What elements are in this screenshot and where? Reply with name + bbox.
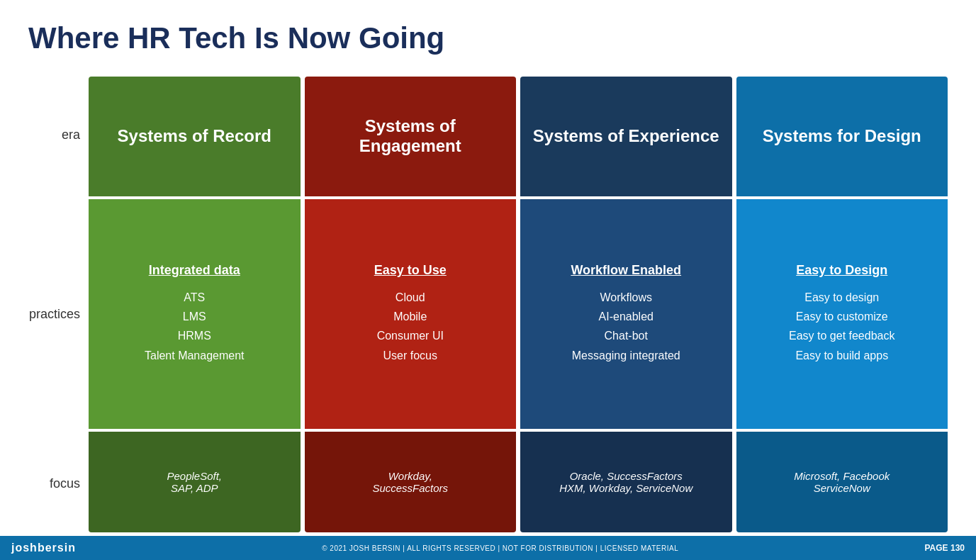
underlined-record: Integrated data [149, 263, 240, 278]
columns-container: Systems of RecordIntegrated dataATS LMS … [89, 77, 948, 532]
underlined-engagement: Easy to Use [374, 263, 447, 278]
column-engagement: Systems of EngagementEasy to UseCloud Mo… [305, 77, 517, 532]
focus-cell-record: PeopleSoft, SAP, ADP [89, 432, 301, 532]
practices-cell-engagement: Easy to UseCloud Mobile Consumer UI User… [305, 199, 517, 430]
era-label: era [28, 77, 89, 193]
underlined-design: Easy to Design [796, 263, 887, 278]
focus-cell-design: Microsoft, Facebook ServiceNow [736, 432, 948, 532]
focus-cell-experience: Oracle, SuccessFactors HXM, Workday, Ser… [520, 432, 732, 532]
era-cell-record: Systems of Record [89, 77, 301, 196]
row-labels: era practices focus [28, 77, 89, 532]
era-cell-engagement: Systems of Engagement [305, 77, 517, 196]
underlined-experience: Workflow Enabled [571, 263, 681, 278]
column-record: Systems of RecordIntegrated dataATS LMS … [89, 77, 301, 532]
page-title: Where HR Tech Is Now Going [28, 21, 948, 55]
practices-cell-design: Easy to DesignEasy to design Easy to cus… [736, 199, 948, 430]
practices-list-experience: Workflows AI-enabled Chat-bot Messaging … [572, 288, 680, 365]
focus-label: focus [28, 435, 89, 532]
focus-cell-engagement: Workday, SuccessFactors [305, 432, 517, 532]
practices-list-design: Easy to design Easy to customize Easy to… [789, 288, 894, 365]
practices-list-record: ATS LMS HRMS Talent Management [145, 288, 245, 365]
practices-list-engagement: Cloud Mobile Consumer UI User focus [377, 288, 444, 365]
footer-copyright: © 2021 JOSH BERSIN | ALL RIGHTS RESERVED… [322, 544, 678, 552]
practices-label: practices [28, 193, 89, 435]
footer-page: PAGE 130 [925, 543, 965, 553]
era-cell-experience: Systems of Experience [520, 77, 732, 196]
grid-area: era practices focus Systems of RecordInt… [28, 77, 948, 532]
practices-cell-record: Integrated dataATS LMS HRMS Talent Manag… [89, 199, 301, 430]
practices-cell-experience: Workflow EnabledWorkflows AI-enabled Cha… [520, 199, 732, 430]
footer-brand: joshbersin [11, 542, 76, 554]
footer-bar: joshbersin © 2021 JOSH BERSIN | ALL RIGH… [0, 536, 976, 560]
column-design: Systems for DesignEasy to DesignEasy to … [736, 77, 948, 532]
era-cell-design: Systems for Design [736, 77, 948, 196]
main-container: Where HR Tech Is Now Going era practices… [0, 0, 976, 560]
column-experience: Systems of ExperienceWorkflow EnabledWor… [520, 77, 732, 532]
